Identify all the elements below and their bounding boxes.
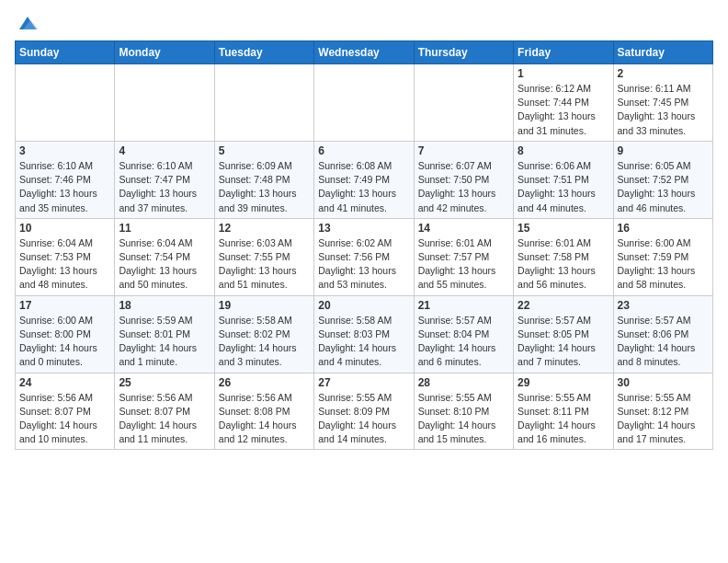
weekday-header-thursday: Thursday (414, 41, 513, 64)
day-number: 8 (518, 144, 609, 157)
day-number: 9 (618, 144, 709, 157)
calendar-week-row: 3Sunrise: 6:10 AM Sunset: 7:46 PM Daylig… (16, 141, 713, 218)
calendar-cell: 5Sunrise: 6:09 AM Sunset: 7:48 PM Daylig… (214, 141, 313, 218)
day-number: 20 (318, 299, 409, 312)
calendar-cell: 13Sunrise: 6:02 AM Sunset: 7:56 PM Dayli… (314, 218, 414, 295)
calendar-week-row: 10Sunrise: 6:04 AM Sunset: 7:53 PM Dayli… (16, 218, 713, 295)
calendar-week-row: 1Sunrise: 6:12 AM Sunset: 7:44 PM Daylig… (16, 64, 713, 142)
weekday-header-saturday: Saturday (613, 41, 712, 64)
day-number: 11 (119, 222, 210, 235)
day-info: Sunrise: 5:57 AM Sunset: 8:04 PM Dayligh… (418, 314, 509, 370)
calendar-cell: 16Sunrise: 6:00 AM Sunset: 7:59 PM Dayli… (613, 218, 712, 295)
calendar-cell: 15Sunrise: 6:01 AM Sunset: 7:58 PM Dayli… (514, 218, 613, 295)
day-number: 4 (119, 144, 210, 157)
weekday-header-tuesday: Tuesday (214, 41, 313, 64)
day-number: 6 (318, 144, 409, 157)
day-number: 24 (19, 376, 110, 389)
calendar-cell: 3Sunrise: 6:10 AM Sunset: 7:46 PM Daylig… (16, 141, 115, 218)
day-info: Sunrise: 6:00 AM Sunset: 8:00 PM Dayligh… (19, 314, 110, 370)
calendar-cell: 25Sunrise: 5:56 AM Sunset: 8:07 PM Dayli… (115, 373, 214, 450)
day-number: 16 (618, 222, 709, 235)
calendar-cell: 27Sunrise: 5:55 AM Sunset: 8:09 PM Dayli… (314, 373, 414, 450)
calendar-cell: 17Sunrise: 6:00 AM Sunset: 8:00 PM Dayli… (16, 295, 115, 373)
day-info: Sunrise: 6:04 AM Sunset: 7:53 PM Dayligh… (19, 236, 110, 293)
day-number: 1 (518, 67, 609, 80)
day-info: Sunrise: 6:03 AM Sunset: 7:55 PM Dayligh… (219, 236, 310, 293)
day-info: Sunrise: 5:57 AM Sunset: 8:06 PM Dayligh… (618, 314, 709, 370)
calendar-cell: 9Sunrise: 6:05 AM Sunset: 7:52 PM Daylig… (613, 141, 712, 218)
calendar-cell: 18Sunrise: 5:59 AM Sunset: 8:01 PM Dayli… (115, 295, 214, 373)
day-number: 7 (418, 144, 509, 157)
day-number: 10 (19, 222, 110, 235)
day-info: Sunrise: 6:05 AM Sunset: 7:52 PM Dayligh… (618, 159, 709, 215)
day-number: 26 (219, 376, 310, 389)
day-number: 22 (518, 299, 609, 312)
day-info: Sunrise: 6:11 AM Sunset: 7:45 PM Dayligh… (618, 82, 709, 138)
logo-icon (17, 13, 38, 33)
day-number: 5 (219, 144, 310, 157)
day-info: Sunrise: 5:55 AM Sunset: 8:11 PM Dayligh… (518, 391, 609, 447)
day-info: Sunrise: 6:07 AM Sunset: 7:50 PM Dayligh… (418, 159, 509, 215)
day-number: 15 (518, 222, 609, 235)
day-number: 18 (119, 299, 210, 312)
day-number: 17 (19, 299, 110, 312)
calendar-cell: 1Sunrise: 6:12 AM Sunset: 7:44 PM Daylig… (514, 64, 613, 142)
day-info: Sunrise: 6:10 AM Sunset: 7:46 PM Dayligh… (19, 159, 110, 215)
calendar-cell: 14Sunrise: 6:01 AM Sunset: 7:57 PM Dayli… (414, 218, 513, 295)
calendar-cell: 12Sunrise: 6:03 AM Sunset: 7:55 PM Dayli… (214, 218, 313, 295)
calendar-cell (16, 64, 115, 142)
calendar-cell: 2Sunrise: 6:11 AM Sunset: 7:45 PM Daylig… (613, 64, 712, 142)
calendar-cell: 19Sunrise: 5:58 AM Sunset: 8:02 PM Dayli… (214, 295, 313, 373)
day-number: 27 (318, 376, 409, 389)
calendar-cell: 4Sunrise: 6:10 AM Sunset: 7:47 PM Daylig… (115, 141, 214, 218)
day-info: Sunrise: 6:01 AM Sunset: 7:58 PM Dayligh… (518, 236, 609, 293)
calendar-cell: 8Sunrise: 6:06 AM Sunset: 7:51 PM Daylig… (514, 141, 613, 218)
calendar-cell: 24Sunrise: 5:56 AM Sunset: 8:07 PM Dayli… (16, 373, 115, 450)
calendar-table: SundayMondayTuesdayWednesdayThursdayFrid… (15, 40, 713, 450)
calendar-cell: 20Sunrise: 5:58 AM Sunset: 8:03 PM Dayli… (314, 295, 414, 373)
page-header (15, 15, 713, 33)
logo (15, 15, 38, 33)
calendar-cell (214, 64, 313, 142)
calendar-cell: 6Sunrise: 6:08 AM Sunset: 7:49 PM Daylig… (314, 141, 414, 218)
calendar-header-row: SundayMondayTuesdayWednesdayThursdayFrid… (16, 41, 713, 64)
day-number: 29 (518, 376, 609, 389)
day-info: Sunrise: 5:56 AM Sunset: 8:07 PM Dayligh… (19, 391, 110, 447)
calendar-cell: 22Sunrise: 5:57 AM Sunset: 8:05 PM Dayli… (514, 295, 613, 373)
day-info: Sunrise: 5:55 AM Sunset: 8:10 PM Dayligh… (418, 391, 509, 447)
calendar-week-row: 24Sunrise: 5:56 AM Sunset: 8:07 PM Dayli… (16, 373, 713, 450)
day-info: Sunrise: 5:59 AM Sunset: 8:01 PM Dayligh… (119, 314, 210, 370)
day-number: 13 (318, 222, 409, 235)
day-info: Sunrise: 6:04 AM Sunset: 7:54 PM Dayligh… (119, 236, 210, 293)
day-info: Sunrise: 5:55 AM Sunset: 8:09 PM Dayligh… (318, 391, 409, 447)
day-info: Sunrise: 6:06 AM Sunset: 7:51 PM Dayligh… (518, 159, 609, 215)
day-info: Sunrise: 6:09 AM Sunset: 7:48 PM Dayligh… (219, 159, 310, 215)
day-info: Sunrise: 6:08 AM Sunset: 7:49 PM Dayligh… (318, 159, 409, 215)
calendar-cell: 28Sunrise: 5:55 AM Sunset: 8:10 PM Dayli… (414, 373, 513, 450)
calendar-cell: 7Sunrise: 6:07 AM Sunset: 7:50 PM Daylig… (414, 141, 513, 218)
day-info: Sunrise: 6:12 AM Sunset: 7:44 PM Dayligh… (518, 82, 609, 138)
calendar-cell: 11Sunrise: 6:04 AM Sunset: 7:54 PM Dayli… (115, 218, 214, 295)
day-number: 12 (219, 222, 310, 235)
day-info: Sunrise: 5:58 AM Sunset: 8:02 PM Dayligh… (219, 314, 310, 370)
day-info: Sunrise: 5:55 AM Sunset: 8:12 PM Dayligh… (618, 391, 709, 447)
day-info: Sunrise: 6:00 AM Sunset: 7:59 PM Dayligh… (618, 236, 709, 293)
day-number: 2 (618, 67, 709, 80)
calendar-cell: 21Sunrise: 5:57 AM Sunset: 8:04 PM Dayli… (414, 295, 513, 373)
calendar-week-row: 17Sunrise: 6:00 AM Sunset: 8:00 PM Dayli… (16, 295, 713, 373)
day-info: Sunrise: 5:57 AM Sunset: 8:05 PM Dayligh… (518, 314, 609, 370)
weekday-header-wednesday: Wednesday (314, 41, 414, 64)
calendar-cell: 23Sunrise: 5:57 AM Sunset: 8:06 PM Dayli… (613, 295, 712, 373)
day-number: 23 (618, 299, 709, 312)
day-number: 28 (418, 376, 509, 389)
day-info: Sunrise: 6:02 AM Sunset: 7:56 PM Dayligh… (318, 236, 409, 293)
day-number: 14 (418, 222, 509, 235)
weekday-header-sunday: Sunday (16, 41, 115, 64)
day-number: 3 (19, 144, 110, 157)
calendar-cell (314, 64, 414, 142)
day-number: 21 (418, 299, 509, 312)
day-info: Sunrise: 6:01 AM Sunset: 7:57 PM Dayligh… (418, 236, 509, 293)
calendar-cell: 10Sunrise: 6:04 AM Sunset: 7:53 PM Dayli… (16, 218, 115, 295)
calendar-cell (115, 64, 214, 142)
day-number: 30 (618, 376, 709, 389)
